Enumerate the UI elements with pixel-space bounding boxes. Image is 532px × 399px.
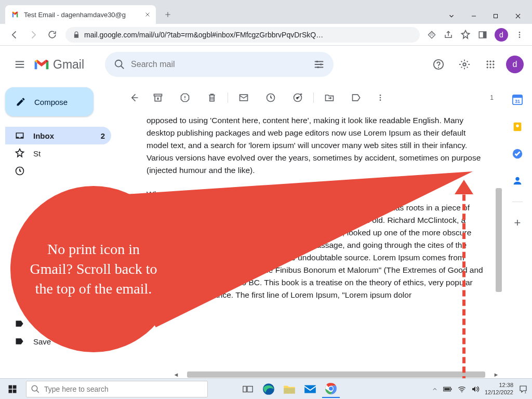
- chrome-app-icon[interactable]: [322, 380, 340, 398]
- svg-rect-41: [13, 389, 17, 393]
- mail-body: opposed to using 'Content here, content …: [117, 110, 503, 378]
- add-task-button[interactable]: [284, 87, 311, 108]
- mail-toolbar: 1: [117, 85, 503, 110]
- svg-rect-0: [494, 15, 498, 18]
- svg-rect-53: [444, 388, 450, 390]
- tray-battery-icon[interactable]: [443, 386, 453, 392]
- annotation-arrow-head: [455, 180, 473, 194]
- gmail-logo[interactable]: Gmail: [33, 58, 84, 72]
- mail-paragraph: opposed to using 'Content here, content …: [147, 114, 484, 177]
- back-button[interactable]: [5, 25, 24, 44]
- side-panel-icon[interactable]: [478, 30, 487, 39]
- sidebar-item-label[interactable]: [5, 315, 111, 332]
- sidebar-item-snoozed[interactable]: [5, 162, 111, 180]
- svg-rect-46: [304, 385, 316, 393]
- annotation-arrow-line: [462, 185, 466, 378]
- more-button[interactable]: [370, 87, 391, 108]
- start-button[interactable]: [0, 384, 25, 394]
- label-icon: [15, 318, 28, 329]
- label-icon: [15, 336, 28, 347]
- windows-taskbar: Type here to search 12:38 12/12/2022 1: [0, 378, 532, 399]
- task-view-icon[interactable]: [239, 380, 257, 398]
- forward-button[interactable]: [24, 25, 43, 44]
- mail-content: 1 opposed to using 'Content here, conten…: [117, 85, 503, 378]
- close-tab-icon[interactable]: [143, 10, 152, 19]
- new-tab-button[interactable]: [160, 7, 176, 22]
- archive-button[interactable]: [144, 87, 171, 108]
- clock-icon: [15, 166, 28, 176]
- minimize-icon[interactable]: [471, 13, 477, 19]
- search-input[interactable]: [131, 60, 308, 69]
- share-icon[interactable]: [444, 30, 453, 39]
- apps-grid-icon[interactable]: [480, 54, 501, 75]
- gmail-header: Gmail d: [0, 46, 532, 83]
- horizontal-scrollbar[interactable]: ◄ ►: [172, 371, 500, 378]
- search-options-icon[interactable]: [308, 59, 330, 70]
- gmail-favicon: [10, 10, 20, 19]
- main-menu-button[interactable]: [8, 53, 31, 76]
- svg-point-8: [320, 63, 322, 65]
- move-to-button[interactable]: [316, 87, 343, 108]
- svg-rect-31: [513, 95, 522, 98]
- settings-icon[interactable]: [454, 54, 475, 75]
- edge-app-icon[interactable]: [260, 380, 277, 398]
- labels-button[interactable]: [343, 87, 370, 108]
- account-avatar[interactable]: d: [506, 56, 524, 73]
- report-spam-button[interactable]: [171, 87, 198, 108]
- svg-text:1: 1: [524, 390, 526, 393]
- add-apps-button[interactable]: +: [511, 217, 524, 229]
- tray-notifications-icon[interactable]: 1: [518, 384, 528, 394]
- search-icon: [108, 59, 131, 70]
- mark-unread-button[interactable]: [230, 87, 257, 108]
- keep-app-icon[interactable]: [511, 121, 524, 133]
- tray-wifi-icon[interactable]: [458, 386, 466, 392]
- inbox-count: 2: [101, 131, 105, 140]
- vertical-scrollbar[interactable]: [496, 95, 503, 375]
- contacts-app-icon[interactable]: [511, 175, 524, 187]
- support-icon[interactable]: [428, 54, 449, 75]
- search-box[interactable]: [105, 52, 334, 77]
- svg-rect-2: [483, 32, 486, 38]
- calendar-app-icon[interactable]: 31: [511, 94, 524, 106]
- url-box[interactable]: mail.google.com/mail/u/0/?tab=rm&ogbl#in…: [65, 27, 420, 43]
- svg-point-36: [515, 177, 519, 181]
- close-window-icon[interactable]: [514, 12, 522, 20]
- reload-button[interactable]: [43, 25, 61, 44]
- extension-icon[interactable]: [427, 30, 436, 39]
- sidebar-item-inbox[interactable]: Inbox 2: [5, 127, 111, 144]
- gmail-brand-text: Gmail: [53, 58, 84, 72]
- back-to-inbox-button[interactable]: [124, 87, 144, 108]
- svg-point-17: [493, 63, 494, 65]
- tray-chevron-icon[interactable]: [432, 386, 438, 392]
- svg-text:31: 31: [515, 99, 520, 104]
- svg-rect-39: [13, 385, 17, 389]
- right-rail: 31 +: [503, 83, 532, 378]
- browser-tab[interactable]: Test Email - dagenhamdave30@g: [5, 5, 156, 24]
- taskbar-search[interactable]: Type here to search: [26, 381, 208, 397]
- lock-icon: [73, 31, 80, 38]
- browser-tab-strip: Test Email - dagenhamdave30@g: [0, 0, 532, 24]
- tray-volume-icon[interactable]: [471, 385, 480, 393]
- svg-point-12: [487, 61, 488, 62]
- svg-point-54: [461, 391, 462, 392]
- delete-button[interactable]: [198, 87, 225, 108]
- chrome-menu-icon[interactable]: [515, 31, 524, 39]
- profile-avatar[interactable]: d: [495, 28, 508, 42]
- snooze-button[interactable]: [257, 87, 284, 108]
- explorer-app-icon[interactable]: [281, 380, 298, 398]
- svg-point-34: [516, 124, 519, 127]
- tray-clock[interactable]: 12:38 12/12/2022: [485, 382, 513, 395]
- sidebar-item-saved[interactable]: Save: [5, 332, 111, 350]
- svg-point-3: [519, 32, 521, 33]
- maximize-icon[interactable]: [493, 13, 499, 19]
- tasks-app-icon[interactable]: [511, 148, 524, 160]
- window-controls: [448, 12, 532, 20]
- mail-app-icon[interactable]: [301, 380, 319, 398]
- saved-label: Save: [33, 337, 105, 346]
- chevron-down-icon[interactable]: [448, 12, 455, 20]
- sidebar-item-starred[interactable]: St: [5, 144, 111, 162]
- bookmark-icon[interactable]: [460, 30, 471, 40]
- inbox-icon: [15, 130, 28, 141]
- sidebar: Compose Inbox 2 St: [0, 83, 117, 378]
- compose-button[interactable]: Compose: [5, 87, 94, 116]
